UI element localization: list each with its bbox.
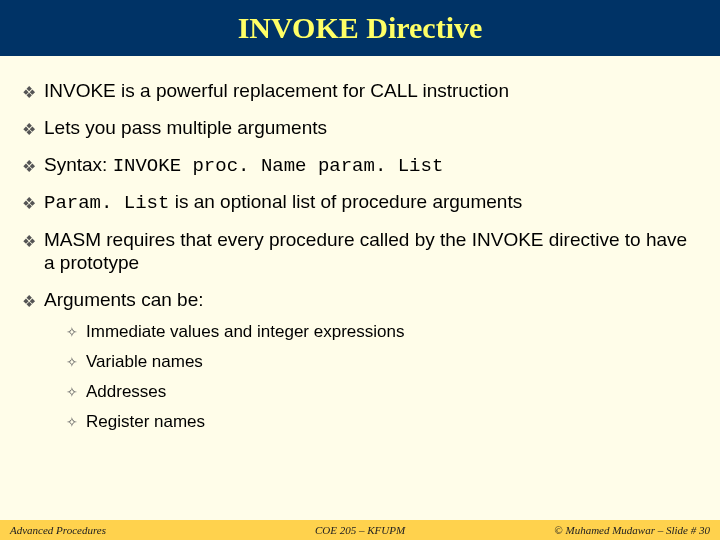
slide-title: INVOKE Directive — [238, 11, 483, 45]
bullet-text: MASM requires that every procedure calle… — [44, 229, 698, 275]
diamond-sub-icon: ✧ — [66, 384, 78, 400]
bullet-item: ❖ Arguments can be: — [22, 289, 698, 312]
diamond-sub-icon: ✧ — [66, 324, 78, 340]
diamond-sub-icon: ✧ — [66, 354, 78, 370]
bullet-text: Lets you pass multiple arguments — [44, 117, 698, 140]
sub-item: ✧ Register names — [66, 412, 698, 432]
diamond-bullet-icon: ❖ — [22, 194, 36, 213]
diamond-bullet-icon: ❖ — [22, 157, 36, 176]
bullet-text: Param. List is an optional list of proce… — [44, 191, 698, 215]
sub-text: Immediate values and integer expressions — [86, 322, 404, 342]
syntax-code: INVOKE proc. Name param. List — [113, 155, 444, 177]
sub-item: ✧ Variable names — [66, 352, 698, 372]
bullet-item: ❖ MASM requires that every procedure cal… — [22, 229, 698, 275]
diamond-bullet-icon: ❖ — [22, 232, 36, 251]
sub-item: ✧ Addresses — [66, 382, 698, 402]
footer: Advanced Procedures COE 205 – KFUPM © Mu… — [0, 520, 720, 540]
sub-item: ✧ Immediate values and integer expressio… — [66, 322, 698, 342]
diamond-bullet-icon: ❖ — [22, 292, 36, 311]
bullet-text: Arguments can be: — [44, 289, 698, 312]
sub-text: Variable names — [86, 352, 203, 372]
bullet-text: Syntax: INVOKE proc. Name param. List — [44, 154, 698, 178]
paramlist-suffix: is an optional list of procedure argumen… — [169, 191, 522, 212]
sub-text: Register names — [86, 412, 205, 432]
bullet-item: ❖ Lets you pass multiple arguments — [22, 117, 698, 140]
bullet-text: INVOKE is a powerful replacement for CAL… — [44, 80, 698, 103]
bullet-item: ❖ Syntax: INVOKE proc. Name param. List — [22, 154, 698, 178]
title-banner: INVOKE Directive — [0, 0, 720, 56]
diamond-bullet-icon: ❖ — [22, 83, 36, 102]
content-area: ❖ INVOKE is a powerful replacement for C… — [0, 56, 720, 432]
bullet-item: ❖ INVOKE is a powerful replacement for C… — [22, 80, 698, 103]
footer-right: © Muhamed Mudawar – Slide # 30 — [477, 524, 710, 536]
diamond-sub-icon: ✧ — [66, 414, 78, 430]
footer-left: Advanced Procedures — [10, 524, 243, 536]
paramlist-code: Param. List — [44, 192, 169, 214]
sub-text: Addresses — [86, 382, 166, 402]
sub-list: ✧ Immediate values and integer expressio… — [66, 322, 698, 432]
bullet-item: ❖ Param. List is an optional list of pro… — [22, 191, 698, 215]
diamond-bullet-icon: ❖ — [22, 120, 36, 139]
footer-center: COE 205 – KFUPM — [243, 524, 476, 536]
syntax-prefix: Syntax: — [44, 154, 113, 175]
